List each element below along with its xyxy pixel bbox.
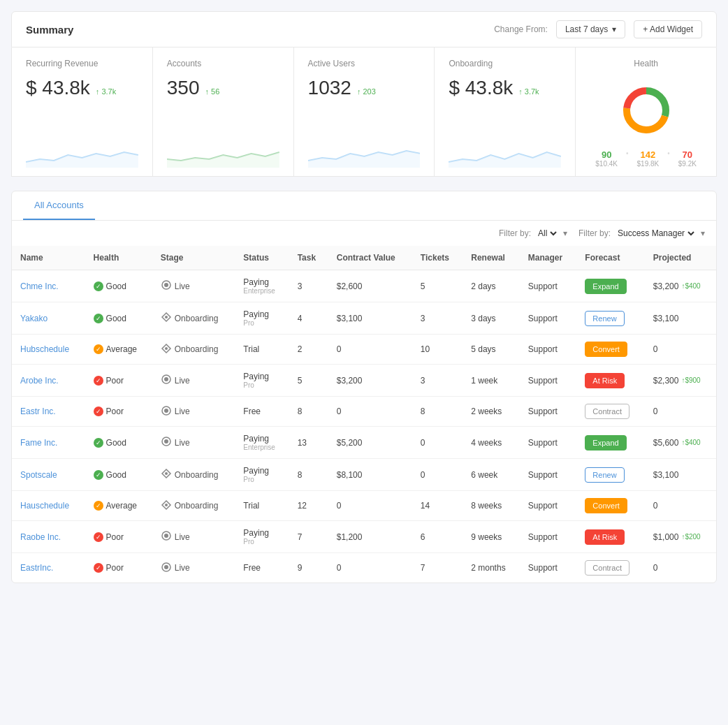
account-link[interactable]: Arobe Inc. (20, 376, 59, 386)
status-value: Paying (243, 372, 280, 381)
health-label: Poor (106, 376, 124, 386)
stage-icon (161, 312, 172, 325)
account-link[interactable]: EastrInc. (20, 563, 53, 573)
cell-forecast: At Risk (576, 521, 644, 553)
svg-point-13 (164, 377, 168, 381)
widget-onboarding-chart (449, 140, 561, 168)
cell-health: ✓ Good (85, 302, 152, 335)
cell-forecast: At Risk (576, 365, 644, 397)
timerange-dropdown[interactable]: Last 7 days ▾ (556, 20, 625, 38)
widget-active-users-value: 1032 ↑ 203 (308, 77, 421, 99)
table-row: Chme Inc. ✓ Good Live Paying Enterprise … (12, 270, 716, 302)
status-sub: Enterprise (243, 444, 280, 451)
filter-all-select[interactable]: All (535, 228, 559, 239)
stage-label: Onboarding (175, 501, 219, 511)
table-row: Fame Inc. ✓ Good Live Paying Enterprise … (12, 427, 716, 459)
col-name: Name (12, 246, 85, 270)
cell-projected: 0 (645, 397, 716, 427)
cell-name: Eastr Inc. (12, 397, 85, 427)
stage-icon (161, 436, 172, 449)
svg-marker-0 (26, 152, 138, 168)
cell-name: Raobe Inc. (12, 521, 85, 553)
forecast-button[interactable]: At Risk (585, 373, 625, 388)
add-widget-button[interactable]: + Add Widget (634, 20, 702, 38)
tab-all-accounts[interactable]: All Accounts (23, 191, 95, 220)
account-link[interactable]: Hubschedule (20, 344, 69, 354)
cell-contract-value: $3,200 (328, 365, 412, 397)
cell-health: ✓ Good (85, 427, 152, 459)
account-link[interactable]: Spotscale (20, 470, 57, 480)
svg-marker-3 (449, 152, 561, 168)
forecast-button[interactable]: Convert (585, 342, 627, 357)
stage-icon (161, 405, 172, 418)
cell-renewal: 1 week (463, 365, 520, 397)
account-link[interactable]: Raobe Inc. (20, 532, 61, 542)
table-row: Yakako ✓ Good Onboarding Paying Pro 4 $3… (12, 302, 716, 335)
widget-onboarding-value: $ 43.8k ↑ 3.7k (449, 77, 561, 99)
forecast-button[interactable]: Renew (585, 467, 624, 483)
status-value: Free (243, 563, 280, 573)
forecast-button[interactable]: Expand (585, 435, 626, 451)
forecast-button[interactable]: Convert (585, 498, 627, 513)
cell-manager: Support (520, 302, 577, 335)
cell-status: Paying Pro (235, 459, 289, 491)
cell-name: Chme Inc. (12, 270, 85, 302)
cell-renewal: 3 days (463, 302, 520, 335)
cell-manager: Support (520, 427, 577, 459)
cell-renewal: 6 week (463, 459, 520, 491)
status-value: Paying (243, 528, 280, 538)
cell-forecast: Contract (576, 397, 644, 427)
account-link[interactable]: Yakako (20, 314, 48, 323)
account-link[interactable]: Chme Inc. (20, 281, 59, 291)
cell-stage: Live (152, 427, 235, 459)
cell-task: 8 (289, 397, 328, 427)
svg-point-21 (164, 534, 168, 538)
cell-manager: Support (520, 521, 577, 553)
status-sub: Pro (243, 381, 280, 389)
cell-stage: Live (152, 397, 235, 427)
health-legend: 90 $10.4K • 142 $19.8K • 70 $9.2K (595, 149, 697, 168)
projected-value: $3,200 (653, 281, 679, 291)
cell-status: Paying Pro (235, 302, 289, 335)
cell-projected: $5,600 ↑$400 (645, 427, 716, 459)
projected-value: 0 (653, 501, 658, 511)
status-sub: Pro (243, 319, 280, 327)
chevron-icon-2: ▾ (701, 228, 705, 238)
widgets-row: Recurring Revenue $ 43.8k ↑ 3.7k Account… (11, 47, 717, 177)
cell-stage: Live (152, 270, 235, 302)
cell-contract-value: $3,100 (328, 302, 412, 335)
forecast-button[interactable]: Renew (585, 311, 624, 326)
forecast-button[interactable]: Contract (585, 560, 629, 576)
table-row: Arobe Inc. ✓ Poor Live Paying Pro 5 $3,2… (12, 365, 716, 397)
projected-value: $3,100 (653, 470, 679, 480)
cell-stage: Live (152, 521, 235, 553)
forecast-button[interactable]: Contract (585, 404, 629, 419)
cell-name: Spotscale (12, 459, 85, 491)
filter-manager-select[interactable]: Success Manager (615, 228, 697, 239)
status-value: Trial (243, 344, 280, 354)
account-link[interactable]: Hauschedule (20, 501, 69, 511)
widget-accounts-chart (167, 140, 279, 168)
filter-by-label-2: Filter by: (578, 228, 611, 238)
health-dot-poor: ✓ (94, 532, 103, 542)
cell-tickets: 5 (412, 270, 463, 302)
col-renewal: Renewal (463, 246, 520, 270)
table-filters: Filter by: All ▾ Filter by: Success Mana… (12, 221, 716, 246)
health-label: Good (106, 281, 126, 291)
account-link[interactable]: Eastr Inc. (20, 407, 56, 416)
forecast-button[interactable]: Expand (585, 279, 626, 294)
cell-status: Trial (235, 335, 289, 365)
filter-by-label-1: Filter by: (499, 228, 531, 238)
cell-stage: Onboarding (152, 459, 235, 491)
widget-recurring-revenue: Recurring Revenue $ 43.8k ↑ 3.7k (12, 47, 153, 176)
status-value: Paying (243, 466, 280, 476)
cell-name: Yakako (12, 302, 85, 335)
cell-contract-value: $8,100 (328, 459, 412, 491)
cell-task: 9 (289, 553, 328, 583)
status-value: Paying (243, 309, 280, 319)
cell-task: 5 (289, 365, 328, 397)
forecast-button[interactable]: At Risk (585, 529, 625, 545)
cell-status: Paying Pro (235, 521, 289, 553)
account-link[interactable]: Fame Inc. (20, 438, 57, 448)
stage-label: Onboarding (175, 470, 219, 480)
